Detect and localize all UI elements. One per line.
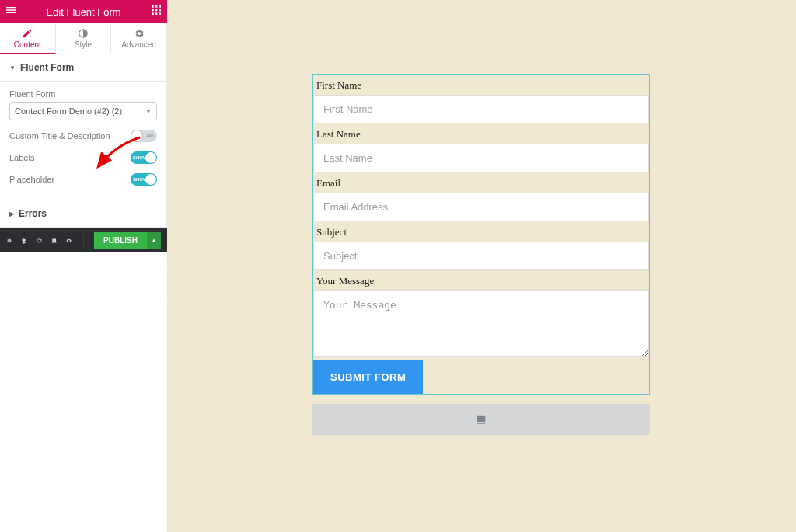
fluent-form-value: Contact Form Demo (#2) (2) [15,106,122,116]
svg-rect-7 [155,12,158,15]
image-icon [473,413,489,426]
placeholder-label: Placeholder [9,175,54,184]
svg-rect-0 [152,5,154,8]
publish-group: PUBLISH ▲ [94,232,161,249]
tab-advanced[interactable]: Advanced [111,23,166,54]
fluent-form-select[interactable]: Contact Form Demo (#2) (2) ▼ [9,102,157,120]
header-title: Edit Fluent Form [17,6,150,18]
first-name-label: First Name [313,75,649,95]
svg-rect-6 [152,12,154,15]
errors-title: Errors [19,208,47,219]
svg-rect-3 [152,9,154,12]
settings-icon[interactable] [6,235,12,246]
labels-toggle[interactable]: SHOW [131,151,157,164]
responsive-icon[interactable] [51,235,57,246]
section-title: Fluent Form [20,62,74,73]
tab-advanced-label: Advanced [121,40,155,49]
section-errors[interactable]: ▶ Errors [0,200,166,228]
publish-options-button[interactable]: ▲ [147,232,161,249]
last-name-input[interactable] [313,144,649,172]
subject-input[interactable] [313,242,649,270]
history-icon[interactable] [37,235,42,246]
controls-panel: Fluent Form Contact Form Demo (#2) (2) ▼… [0,82,166,200]
labels-label: Labels [9,153,34,162]
editor-canvas[interactable]: First Name Last Name Email Subject Your … [167,0,796,532]
toggle-knob [145,174,156,185]
toggle-knob [145,152,156,163]
email-input[interactable] [313,193,649,221]
placeholder-toggle[interactable]: SHOW [131,173,157,186]
custom-title-label: Custom Title & Description [9,131,110,141]
apps-icon[interactable] [150,4,162,19]
caret-right-icon: ▶ [9,210,14,217]
message-textarea[interactable] [313,290,649,357]
svg-rect-4 [155,9,158,12]
tab-content[interactable]: Content [0,23,56,54]
editor-header: Edit Fluent Form [0,0,167,23]
editor-tabs: Content Style Advanced [0,23,166,54]
toggle-text: NO [147,130,154,142]
fluent-form-widget[interactable]: First Name Last Name Email Subject Your … [312,74,650,395]
editor-sidebar: Content Style Advanced ▼ Fluent Form Flu… [0,23,167,228]
fluent-form-label: Fluent Form [9,89,157,99]
toggle-knob [131,130,142,141]
first-name-input[interactable] [313,95,649,123]
svg-rect-5 [159,9,161,12]
editor-footer: PUBLISH ▲ [0,228,167,252]
tab-style-label: Style [75,40,92,49]
caret-down-icon: ▼ [9,64,16,71]
last-name-label: Last Name [313,123,649,144]
svg-rect-1 [155,5,158,8]
svg-rect-8 [159,12,161,15]
email-label: Email [313,172,649,193]
subject-label: Subject [313,221,649,242]
publish-button[interactable]: PUBLISH [94,232,147,249]
section-fluent-form[interactable]: ▼ Fluent Form [0,54,166,82]
preview-icon[interactable] [66,235,72,246]
svg-rect-2 [159,5,161,8]
add-widget-placeholder[interactable] [312,404,650,435]
submit-button[interactable]: SUBMIT FORM [313,360,423,394]
custom-title-toggle[interactable]: NO [131,130,157,142]
message-label: Your Message [313,270,649,290]
tab-style[interactable]: Style [56,23,112,54]
navigator-icon[interactable] [21,235,26,246]
menu-icon[interactable] [5,4,17,19]
tab-content-label: Content [14,40,41,49]
separator [83,234,84,248]
chevron-down-icon: ▼ [145,108,152,115]
